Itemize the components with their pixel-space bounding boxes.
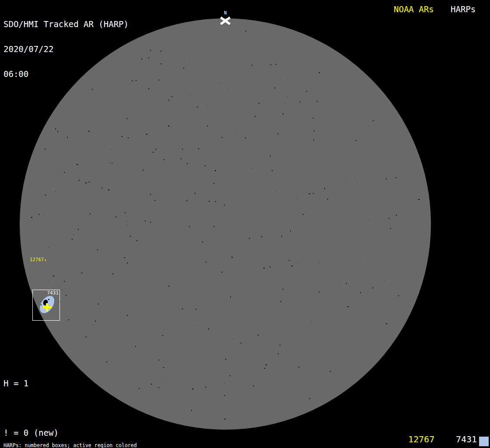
sunspot-speckle (64, 172, 65, 173)
sunspot-speckle (168, 286, 169, 287)
sunspot-speckle (314, 130, 315, 131)
sunspot-speckle (198, 288, 199, 288)
sunspot-speckle (38, 214, 39, 215)
sunspot-speckle (259, 103, 259, 104)
sunspot-speckle (150, 194, 151, 195)
sunspot-speckle (228, 90, 229, 90)
sunspot-speckle (132, 80, 133, 81)
sunspot-speckle (230, 297, 231, 298)
sunspot-speckle (224, 395, 225, 396)
sunspot-speckle (230, 375, 231, 376)
sunspot-speckle (79, 180, 80, 181)
sunspot-speckle (182, 308, 183, 309)
sunspot-speckle (55, 129, 56, 130)
sunspot-speckle (128, 137, 129, 138)
sunspot-speckle (261, 236, 262, 237)
sunspot-speckle (113, 98, 113, 98)
legend-noaa-ars: NOAA ARs (394, 4, 434, 14)
sunspot-speckle (86, 336, 87, 337)
sunspot-speckle (324, 188, 325, 189)
sunspot-speckle (127, 224, 127, 225)
sunspot-speckle (148, 57, 149, 58)
sunspot-speckle (160, 54, 160, 54)
sunspot-speckle (127, 315, 128, 316)
sunspot-speckle (357, 183, 357, 183)
sunspot-speckle (372, 287, 373, 288)
sunspot-speckle (161, 51, 161, 52)
sunspot-speckle (66, 295, 66, 296)
sunspot-speckle (276, 191, 277, 192)
harp-bounding-box: 7431 (32, 290, 60, 321)
sunspot-speckle (356, 140, 357, 141)
harp-number-label: 7431 (47, 290, 59, 296)
sunspot-speckle (64, 281, 65, 282)
sunspot-speckle (45, 149, 46, 150)
sunspot-speckle (418, 199, 420, 200)
sunspot-speckle (298, 367, 299, 368)
sunspot-speckle (127, 221, 127, 222)
sunspot-speckle (313, 193, 314, 194)
sunspot-speckle (163, 367, 164, 368)
sunspot-speckle (145, 220, 146, 221)
sunspot-speckle (117, 314, 118, 314)
sunspot-speckle (191, 410, 192, 411)
sunspot-speckle (68, 319, 69, 320)
sunspot-speckle (196, 309, 196, 310)
sunspot-speckle (369, 126, 369, 126)
sunspot-speckle (97, 249, 98, 250)
sunspot-speckle (67, 137, 68, 138)
sunspot-speckle (280, 301, 281, 302)
sunspot-speckle (106, 361, 107, 362)
caption-harps: HARPs: numbered boxes; active region col… (4, 443, 179, 448)
sunspot-speckle (330, 371, 331, 372)
sunspot-speckle (270, 64, 271, 65)
sunspot-speckle (141, 59, 142, 60)
sunspot-speckle (45, 195, 46, 196)
sunspot-speckle (112, 273, 113, 274)
sunspot-speckle (245, 137, 246, 138)
sunspot-speckle (186, 200, 187, 201)
sunspot-speckle (278, 354, 279, 354)
sunspot-speckle (136, 240, 137, 241)
sunspot-speckle (373, 214, 374, 214)
sunspot-speckle (398, 295, 399, 296)
sunspot-speckle (122, 136, 122, 137)
sunspot-speckle (168, 126, 169, 126)
sunspot-speckle (249, 238, 250, 239)
sunspot-speckle (283, 113, 284, 114)
sunspot-speckle (197, 325, 198, 325)
sunspot-speckle (116, 217, 116, 217)
sunspot-speckle (398, 224, 398, 224)
sunspot-speckle (305, 212, 305, 213)
sunspot-speckle (197, 124, 198, 125)
sunspot-speckle (146, 134, 147, 135)
sunspot-speckle (291, 266, 293, 266)
sunspot-speckle (148, 88, 149, 89)
sunspot-speckle (155, 149, 156, 150)
sunspot-speckle (90, 214, 91, 214)
sunspot-speckle (277, 133, 278, 134)
sunspot-speckle (181, 158, 182, 159)
sunspot-speckle (207, 126, 208, 126)
sunspot-speckle (396, 215, 397, 216)
sunspot-speckle (136, 80, 136, 81)
sunspot-speckle (151, 384, 152, 385)
sunspot-speckle (150, 50, 151, 51)
sunspot-speckle (172, 127, 172, 127)
sunspot-speckle (164, 159, 164, 160)
sunspot-speckle (361, 262, 362, 262)
sunspot-speckle (283, 289, 284, 290)
sunspot-speckle (189, 226, 190, 227)
sunspot-speckle (166, 382, 166, 383)
sunspot-speckle (158, 360, 159, 360)
sunspot-speckle (300, 102, 301, 102)
sunspot-speckle (214, 226, 214, 227)
sunspot-speckle (77, 164, 78, 165)
sunspot-speckle (266, 364, 267, 365)
sunspot-speckle (284, 102, 285, 103)
sunspot-speckle (49, 281, 49, 282)
sunspot-speckle (111, 149, 111, 150)
sunspot-speckle (72, 239, 73, 240)
sunspot-speckle (188, 200, 189, 200)
sunspot-speckle (347, 306, 349, 307)
